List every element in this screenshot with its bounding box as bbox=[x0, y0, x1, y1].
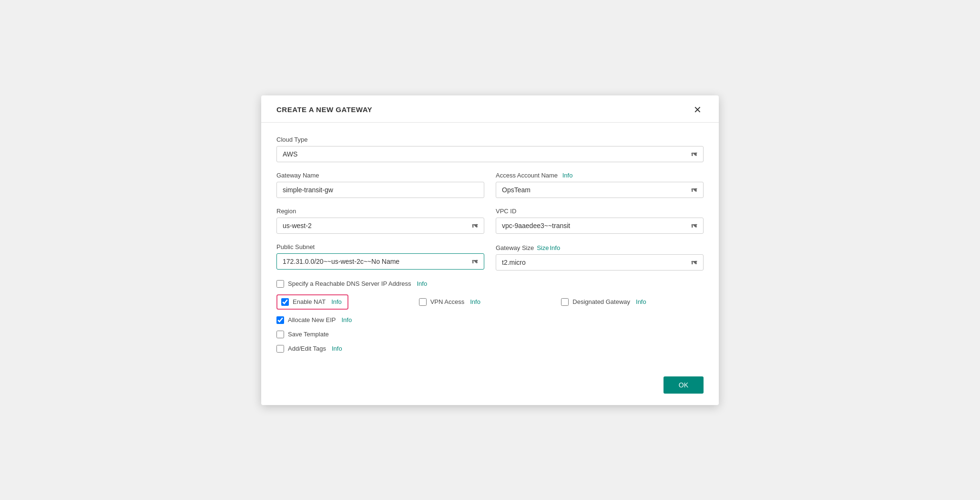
enable-nat-col: Enable NAT Info bbox=[276, 294, 419, 310]
allocate-eip-label: Allocate New EIP bbox=[288, 316, 336, 323]
region-label: Region bbox=[276, 208, 484, 215]
allocate-eip-row: Allocate New EIP Info bbox=[276, 316, 704, 324]
gateway-size-info-link[interactable]: Info bbox=[550, 244, 561, 251]
gateway-size-label-container: Gateway Size Size Info bbox=[496, 244, 560, 251]
save-template-row: Save Template bbox=[276, 331, 704, 338]
vpn-access-checkbox[interactable] bbox=[419, 298, 427, 306]
gateway-size-link[interactable]: Size bbox=[537, 244, 549, 251]
vpn-access-label: VPN Access bbox=[430, 298, 465, 305]
allocate-eip-checkbox[interactable] bbox=[276, 316, 284, 324]
save-template-checkbox[interactable] bbox=[276, 331, 284, 338]
gateway-size-label-text: Gateway Size bbox=[496, 244, 534, 251]
cloud-type-row: Cloud Type AWS Azure GCP ⬆⬇ bbox=[276, 136, 704, 162]
ok-button[interactable]: OK bbox=[664, 376, 704, 394]
gateway-name-input[interactable] bbox=[276, 182, 484, 198]
vpc-id-group: VPC ID vpc-9aaedee3~~transit ⬆⬇ bbox=[496, 208, 704, 234]
modal-title: CREATE A NEW GATEWAY bbox=[276, 105, 372, 114]
gateway-name-label: Gateway Name bbox=[276, 172, 484, 179]
access-account-group: Access Account Name Info OpsTeam ⬆⬇ bbox=[496, 172, 704, 198]
gateway-size-group: Gateway Size Size Info t2.micro t2.small… bbox=[496, 243, 704, 271]
designated-gateway-checkbox[interactable] bbox=[561, 298, 569, 306]
modal-body: Cloud Type AWS Azure GCP ⬆⬇ Gateway Name… bbox=[261, 123, 719, 371]
modal-header: CREATE A NEW GATEWAY ✕ bbox=[261, 95, 719, 123]
dns-info-link[interactable]: Info bbox=[417, 280, 427, 287]
enable-nat-checkbox[interactable] bbox=[281, 298, 289, 306]
dns-checkbox-row: Specify a Reachable DNS Server IP Addres… bbox=[276, 280, 704, 288]
designated-gateway-label: Designated Gateway bbox=[572, 298, 630, 305]
three-col-row: Enable NAT Info VPN Access Info Designat… bbox=[276, 294, 704, 310]
add-edit-tags-info-link[interactable]: Info bbox=[332, 345, 342, 352]
allocate-eip-info-link[interactable]: Info bbox=[341, 316, 352, 323]
public-subnet-select[interactable]: 172.31.0.0/20~~us-west-2c~~No Name bbox=[276, 253, 484, 270]
public-subnet-label: Public Subnet bbox=[276, 243, 484, 250]
vpn-access-col: VPN Access Info bbox=[419, 294, 561, 310]
access-account-select[interactable]: OpsTeam bbox=[496, 182, 704, 198]
enable-nat-label: Enable NAT bbox=[293, 298, 326, 305]
close-button[interactable]: ✕ bbox=[692, 105, 704, 115]
add-edit-tags-label: Add/Edit Tags bbox=[288, 345, 326, 352]
modal-footer: OK bbox=[261, 371, 719, 405]
public-subnet-group: Public Subnet 172.31.0.0/20~~us-west-2c~… bbox=[276, 243, 484, 271]
designated-gw-col: Designated Gateway Info bbox=[561, 294, 704, 310]
region-group: Region us-west-2 us-east-1 eu-west-1 ⬆⬇ bbox=[276, 208, 484, 234]
gateway-size-select[interactable]: t2.micro t2.small t2.medium bbox=[496, 254, 704, 271]
vpn-access-info-link[interactable]: Info bbox=[470, 298, 480, 305]
enable-nat-box: Enable NAT Info bbox=[276, 294, 348, 310]
enable-nat-info-link[interactable]: Info bbox=[331, 298, 342, 305]
cloud-type-select[interactable]: AWS Azure GCP bbox=[276, 146, 704, 162]
create-gateway-modal: CREATE A NEW GATEWAY ✕ Cloud Type AWS Az… bbox=[261, 95, 719, 405]
save-template-label: Save Template bbox=[288, 331, 329, 338]
vpc-id-label: VPC ID bbox=[496, 208, 704, 215]
region-vpc-row: Region us-west-2 us-east-1 eu-west-1 ⬆⬇ … bbox=[276, 208, 704, 234]
name-account-row: Gateway Name Access Account Name Info Op… bbox=[276, 172, 704, 198]
add-edit-tags-row: Add/Edit Tags Info bbox=[276, 345, 704, 353]
gateway-name-group: Gateway Name bbox=[276, 172, 484, 198]
access-account-info-link[interactable]: Info bbox=[562, 172, 573, 179]
dns-checkbox[interactable] bbox=[276, 280, 284, 288]
cloud-type-label: Cloud Type bbox=[276, 136, 704, 143]
region-select[interactable]: us-west-2 us-east-1 eu-west-1 bbox=[276, 218, 484, 234]
dns-label: Specify a Reachable DNS Server IP Addres… bbox=[288, 280, 411, 287]
access-account-label: Access Account Name Info bbox=[496, 172, 704, 179]
designated-gateway-info-link[interactable]: Info bbox=[636, 298, 646, 305]
add-edit-tags-checkbox[interactable] bbox=[276, 345, 284, 353]
vpc-id-select[interactable]: vpc-9aaedee3~~transit bbox=[496, 218, 704, 234]
subnet-size-row: Public Subnet 172.31.0.0/20~~us-west-2c~… bbox=[276, 243, 704, 271]
